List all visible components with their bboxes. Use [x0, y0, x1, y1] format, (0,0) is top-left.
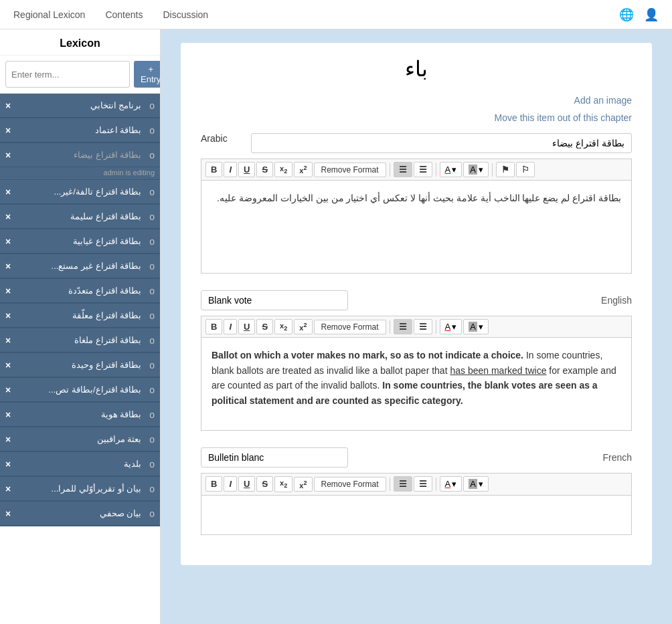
sidebar-item-remove-btn[interactable]: × [0, 429, 16, 450]
remove-format-button-en[interactable]: Remove Format [314, 320, 386, 334]
move-item-link[interactable]: Move this item out of this chapter [495, 112, 632, 123]
subscript-button-fr[interactable]: x2 [274, 476, 292, 492]
sidebar-item-edit-btn[interactable]: o [144, 330, 160, 351]
remove-format-button-fr[interactable]: Remove Format [314, 477, 386, 492]
ltr-button-ar[interactable]: ⚐ [516, 162, 535, 177]
sidebar-item[interactable]: ×بطاقة اقتراع وحيدةo [0, 353, 160, 377]
bold-button-fr[interactable]: B [205, 476, 222, 492]
strikethrough-button-ar[interactable]: S [256, 162, 273, 177]
sidebar-item-remove-btn[interactable]: × [0, 255, 16, 277]
sidebar-item-edit-btn[interactable]: o [144, 144, 160, 166]
rtl-button-ar[interactable]: ⚑ [496, 162, 515, 177]
align-left-button-en[interactable]: ☰ [394, 319, 412, 334]
sidebar-item[interactable]: ×بطاقة اقتراع غير مستع...o [0, 254, 160, 278]
sidebar-item-remove-btn[interactable]: × [0, 206, 16, 227]
globe-icon[interactable]: 🌐 [619, 7, 634, 22]
arabic-term-input[interactable] [251, 133, 632, 153]
sidebar-item-remove-btn[interactable]: × [0, 231, 16, 252]
sidebar-item-edit-btn[interactable]: o [144, 255, 160, 277]
underline-button-en[interactable]: U [238, 319, 255, 334]
sidebar-item[interactable]: ×برنامج انتخابيo [0, 94, 160, 118]
sidebar-item-remove-btn[interactable]: × [0, 354, 16, 376]
sidebar-item-edit-btn[interactable]: o [144, 453, 160, 475]
font-color-button-en[interactable]: A ▾ [440, 319, 463, 334]
sidebar-item-remove-btn[interactable]: × [0, 404, 16, 425]
underline-button-fr[interactable]: U [238, 476, 255, 492]
sidebar-item-remove-btn[interactable]: × [0, 120, 16, 141]
sidebar-item[interactable]: ×بطاقة هويةo [0, 403, 160, 427]
sidebar-item-edit-btn[interactable]: o [144, 206, 160, 227]
user-icon[interactable]: 👤 [644, 7, 659, 22]
sidebar-item[interactable]: ×بطاقة اقتراع سليمةo [0, 205, 160, 229]
sidebar-item[interactable]: ×بطاقة اقتراع/بطاقة تص...o [0, 378, 160, 402]
sidebar-item-edit-btn[interactable]: o [144, 404, 160, 425]
french-term-input[interactable] [201, 447, 348, 467]
search-input[interactable] [5, 61, 130, 88]
italic-button-ar[interactable]: I [224, 162, 237, 177]
sidebar-item[interactable]: ×بطاقة اقتراع معلّقةo [0, 304, 160, 328]
sidebar-item-edit-btn[interactable]: o [144, 478, 160, 500]
subscript-button-en[interactable]: x2 [274, 319, 292, 334]
sidebar-item[interactable]: ×بيان صحفيo [0, 502, 160, 526]
sidebar-item-remove-btn[interactable]: × [0, 305, 16, 326]
superscript-button-fr[interactable]: x2 [294, 477, 312, 492]
sidebar-item[interactable]: ×بيان أو تقريرأوّلي للمرا...o [0, 477, 160, 501]
superscript-button-ar[interactable]: x2 [294, 162, 312, 177]
sidebar-item-edit-btn[interactable]: o [144, 120, 160, 141]
sidebar-item-remove-btn[interactable]: × [0, 144, 16, 166]
bold-button-ar[interactable]: B [205, 162, 222, 177]
italic-button-en[interactable]: I [224, 319, 237, 334]
remove-format-button-ar[interactable]: Remove Format [314, 163, 386, 177]
sidebar-item-edit-btn[interactable]: o [144, 503, 160, 524]
bg-color-button-fr[interactable]: A ▾ [463, 476, 489, 492]
font-color-button-ar[interactable]: A ▾ [440, 162, 463, 177]
bg-color-button-ar[interactable]: A ▾ [463, 162, 489, 177]
sidebar-item[interactable]: ×بلديةo [0, 452, 160, 476]
align-left-button-ar[interactable]: ☰ [394, 162, 412, 177]
bold-button-en[interactable]: B [205, 319, 222, 334]
strikethrough-button-fr[interactable]: S [256, 476, 273, 492]
strikethrough-button-en[interactable]: S [256, 319, 273, 334]
sidebar-item[interactable]: ×بطاقة اقتراع متعدّدةo [0, 279, 160, 303]
sidebar-item-edit-btn[interactable]: o [144, 305, 160, 326]
sidebar-item-edit-btn[interactable]: o [144, 354, 160, 376]
sidebar-item[interactable]: ×بطاقة اقتراع بيضاءo [0, 143, 160, 167]
english-editor-content[interactable]: Ballot on which a voter makes no mark, s… [201, 337, 632, 431]
superscript-button-en[interactable]: x2 [294, 319, 312, 334]
sidebar-item-remove-btn[interactable]: × [0, 478, 16, 500]
sidebar-item-remove-btn[interactable]: × [0, 280, 16, 302]
nav-contents[interactable]: Contents [105, 1, 143, 28]
add-entry-button[interactable]: + Entry [134, 61, 161, 88]
sidebar-item-remove-btn[interactable]: × [0, 181, 16, 203]
sidebar-item-remove-btn[interactable]: × [0, 453, 16, 475]
sidebar-item-edit-btn[interactable]: o [144, 181, 160, 203]
sidebar-item-edit-btn[interactable]: o [144, 429, 160, 450]
sidebar-item-edit-btn[interactable]: o [144, 95, 160, 116]
sidebar-item-remove-btn[interactable]: × [0, 503, 16, 524]
italic-button-fr[interactable]: I [224, 476, 237, 492]
align-right-button-en[interactable]: ☰ [414, 319, 432, 334]
nav-regional-lexicon[interactable]: Regional Lexicon [13, 1, 85, 28]
sidebar-item-remove-btn[interactable]: × [0, 379, 16, 401]
arabic-editor-content[interactable]: بطاقة اقتراع لم يضع عليها الناخب أية علا… [201, 180, 632, 274]
align-right-button-fr[interactable]: ☰ [414, 476, 432, 492]
sidebar-item-remove-btn[interactable]: × [0, 95, 16, 116]
sidebar-item-remove-btn[interactable]: × [0, 330, 16, 351]
english-term-input[interactable] [201, 290, 348, 310]
sidebar-item[interactable]: ×بطاقة اقتراع ملغاةo [0, 328, 160, 352]
nav-discussion[interactable]: Discussion [163, 1, 208, 28]
sidebar-item[interactable]: ×بطاقة اعتمادo [0, 118, 160, 142]
sidebar-item[interactable]: ×بطاقة اقتراع غيابيةo [0, 229, 160, 253]
add-image-link[interactable]: Add an image [574, 95, 632, 106]
sidebar-item[interactable]: ×بعثة مراقبينo [0, 427, 160, 451]
sidebar-item-edit-btn[interactable]: o [144, 280, 160, 302]
french-editor-content[interactable] [201, 495, 632, 535]
subscript-button-ar[interactable]: x2 [274, 162, 292, 177]
align-right-button-ar[interactable]: ☰ [414, 162, 432, 177]
sidebar-item-edit-btn[interactable]: o [144, 231, 160, 252]
align-left-button-fr[interactable]: ☰ [394, 476, 412, 492]
font-color-button-fr[interactable]: A ▾ [440, 476, 463, 492]
bg-color-button-en[interactable]: A ▾ [463, 319, 489, 334]
sidebar-item[interactable]: ×بطاقة اقتراع تالفة/غير...o [0, 180, 160, 204]
sidebar-item-edit-btn[interactable]: o [144, 379, 160, 401]
